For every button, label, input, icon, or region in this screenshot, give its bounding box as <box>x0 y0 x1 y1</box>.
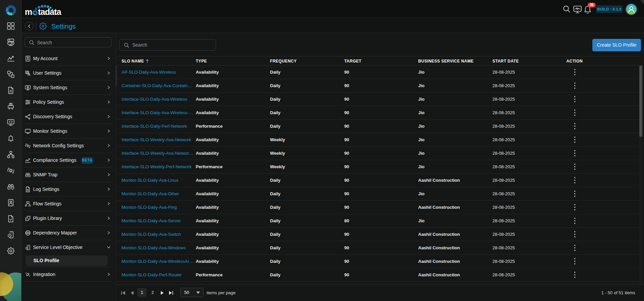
svg-text:tadata: tadata <box>38 7 62 17</box>
svg-text:m: m <box>25 7 32 17</box>
